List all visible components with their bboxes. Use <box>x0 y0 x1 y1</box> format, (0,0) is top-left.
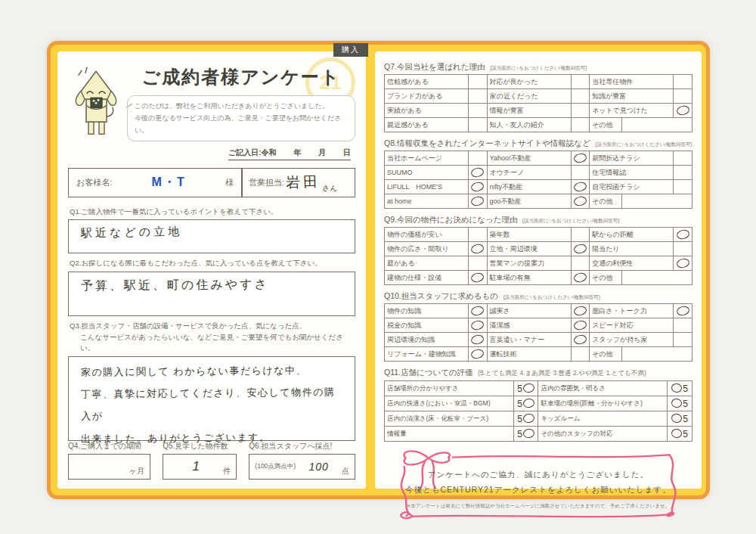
thanks-note: ※本アンケートは匿名にて弊社情報誌や当社ホームページに掲載させていただきますので… <box>407 503 670 510</box>
mark-cell[interactable] <box>571 118 589 132</box>
rating-score-cell[interactable]: 5 <box>668 381 692 396</box>
other-write-in-area[interactable] <box>622 347 692 361</box>
other-option-cell[interactable]: その他 <box>590 347 692 362</box>
q1-answer-box[interactable]: 駅近などの立地 <box>68 219 355 253</box>
table-row: 親近感がある 知人・友人の紹介 その他 <box>385 118 692 132</box>
mark-cell[interactable] <box>469 118 487 132</box>
q8-table: 当社ホームページ Yahoo!不動産 新聞折込チラシ SUUMO オウチーノ 住… <box>384 151 692 209</box>
other-write-in-area[interactable] <box>622 118 692 132</box>
option-label: 交通の利便性 <box>590 256 674 271</box>
customer-name-label: お客様名: <box>76 177 112 188</box>
q11-title: Q11.店舗についての評価 <box>384 368 473 377</box>
option-label: 清潔感 <box>487 318 571 333</box>
table-row: 周辺環境の知識 言葉遣い・マナー スタッフが持ち家 <box>385 333 692 347</box>
mark-cell[interactable] <box>674 166 692 180</box>
mark-cell[interactable] <box>469 75 487 89</box>
mark-cell[interactable] <box>571 89 589 104</box>
mark-cell[interactable] <box>571 347 589 362</box>
mark-cell[interactable] <box>469 89 487 104</box>
q2-answer-text: 予算、駅近、町の住みやすさ <box>81 277 269 294</box>
q5-value: 1 <box>169 459 223 474</box>
rating-item-label: 店内の清潔さ(床・化粧室・ブース) <box>385 411 514 427</box>
option-label: SUUMO <box>385 166 469 180</box>
mark-cell[interactable] <box>469 242 487 256</box>
other-option-cell[interactable]: その他 <box>590 271 692 285</box>
mark-cell[interactable] <box>571 242 589 256</box>
mark-cell[interactable] <box>571 151 589 166</box>
mark-cell[interactable] <box>674 151 692 166</box>
option-label: at home <box>385 194 469 209</box>
mark-cell[interactable] <box>571 271 589 285</box>
mark-cell[interactable] <box>674 242 692 256</box>
agent-name-field[interactable]: 営業担当: 岩田 さん <box>242 168 355 197</box>
mark-cell[interactable] <box>469 271 487 285</box>
rating-score-cell[interactable]: 5 <box>513 381 538 396</box>
other-option-cell[interactable]: その他 <box>590 194 692 209</box>
customer-name-field[interactable]: お客様名: M・T 様 <box>68 168 242 197</box>
rating-score-value: 5 <box>683 383 688 394</box>
mark-cell[interactable] <box>674 333 692 347</box>
mark-cell[interactable] <box>571 318 589 333</box>
mark-cell[interactable] <box>571 256 589 271</box>
mark-cell[interactable] <box>571 304 589 318</box>
q2-label: Q2.お探しになる際に最もこだわった点、気に入っている点を教えて下さい。 <box>70 258 354 269</box>
q6-input-box[interactable]: (100点満点中) 100 点 <box>249 454 355 480</box>
rating-score-cell[interactable]: 5 <box>668 411 692 427</box>
option-label: 新聞折込チラシ <box>590 151 674 166</box>
table-row: リフォーム・建物知識 運転技術 その他 <box>385 347 692 362</box>
mark-cell[interactable] <box>674 75 692 89</box>
rating-score-value: 5 <box>683 414 688 424</box>
date-label: ご記入日:令和 <box>228 147 277 158</box>
rating-score-cell[interactable]: 5 <box>513 411 538 427</box>
fill-in-date-field[interactable]: ご記入日:令和 年 月 日 <box>228 147 351 160</box>
mark-cell[interactable] <box>571 194 589 209</box>
q7-title: Q7.今回当社を選ばれた理由 <box>384 62 485 71</box>
q6-unit: 点 <box>342 466 349 477</box>
mark-cell[interactable] <box>674 256 692 271</box>
rating-score-value: 5 <box>517 429 522 439</box>
rating-score-cell[interactable]: 5 <box>668 427 692 442</box>
mark-cell[interactable] <box>469 166 487 180</box>
mark-cell[interactable] <box>674 89 692 104</box>
mark-cell[interactable] <box>469 180 487 194</box>
mark-cell[interactable] <box>469 304 487 318</box>
mark-cell[interactable] <box>469 104 487 118</box>
option-label: 家の近くだった <box>487 89 571 104</box>
q4-input-box[interactable]: ヶ月 <box>68 454 150 480</box>
mark-cell[interactable] <box>674 104 692 118</box>
q5-input-box[interactable]: 1 件 <box>163 454 237 480</box>
mark-cell[interactable] <box>571 333 589 347</box>
option-label: 営業マンの提案力 <box>487 256 571 271</box>
q3-answer-box[interactable]: 家の購入に関して わからない事だらけな中、 丁寧、真摯に対応してくださり、安心し… <box>68 356 355 441</box>
mark-cell[interactable] <box>469 194 487 209</box>
mark-cell[interactable] <box>674 304 692 318</box>
mark-cell[interactable] <box>469 333 487 347</box>
other-option-cell[interactable]: その他 <box>590 118 692 132</box>
option-label: ネットで見つけた <box>590 104 674 118</box>
rating-score-cell[interactable]: 5 <box>668 396 692 411</box>
mark-cell[interactable] <box>674 180 692 194</box>
option-label: 知識が豊富 <box>590 89 674 104</box>
q2-answer-box[interactable]: 予算、駅近、町の住みやすさ <box>68 272 355 316</box>
mark-cell[interactable] <box>469 151 487 166</box>
rating-score-cell[interactable]: 5 <box>513 427 538 442</box>
table-row: SUUMO オウチーノ 住宅情報誌 <box>385 166 692 180</box>
q7-heading: Q7.今回当社を選ばれた理由 (該当箇所に○をおつけください/複数回答可) <box>384 59 692 73</box>
mark-cell[interactable] <box>674 318 692 333</box>
option-label: 自宅投函チラシ <box>590 180 674 194</box>
mark-cell[interactable] <box>469 347 487 362</box>
mark-cell[interactable] <box>571 180 589 194</box>
rating-score-cell[interactable]: 5 <box>513 396 538 411</box>
mark-cell[interactable] <box>571 75 589 89</box>
mark-cell[interactable] <box>674 228 692 242</box>
other-write-in-area[interactable] <box>622 271 692 284</box>
mark-cell[interactable] <box>571 104 589 118</box>
option-label: 情報が豊富 <box>487 104 571 118</box>
other-write-in-area[interactable] <box>622 194 692 208</box>
mark-cell[interactable] <box>469 318 487 333</box>
mark-cell[interactable] <box>469 256 487 271</box>
mark-cell[interactable] <box>469 228 487 242</box>
table-row: 店内の快適さ(におい・室温・BGM) 5 駐車場の場所(距離・分かりやすさ) 5 <box>385 396 692 411</box>
mark-cell[interactable] <box>571 228 589 242</box>
mark-cell[interactable] <box>571 166 589 180</box>
